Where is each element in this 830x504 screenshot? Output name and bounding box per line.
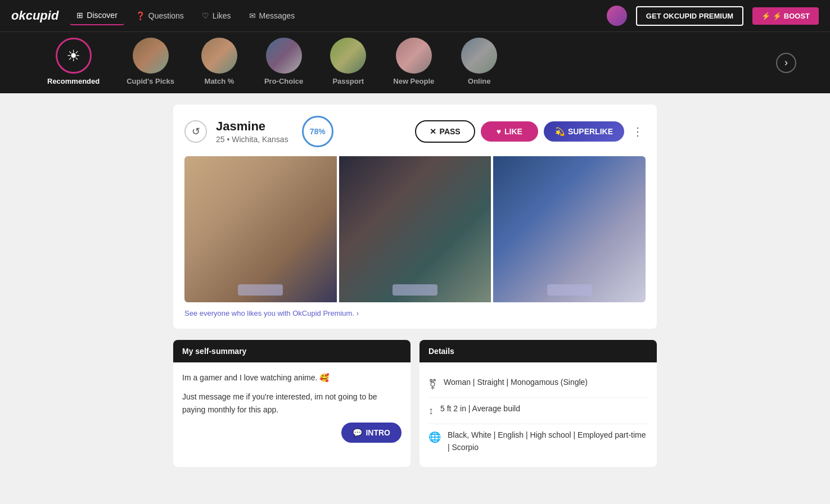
- category-pro-choice-label: Pro-Choice: [264, 77, 303, 85]
- profile-header: ↺ Jasmine 25 • Wichita, Kansas 78% ✕ PAS…: [184, 116, 646, 147]
- details-body: ⚧ Woman | Straight | Monogamous (Single)…: [419, 362, 657, 467]
- profile-details-row: My self-summary Im a gamer and I love wa…: [173, 340, 657, 467]
- main-content: ↺ Jasmine 25 • Wichita, Kansas 78% ✕ PAS…: [162, 93, 668, 478]
- category-passport-label: Passport: [332, 77, 364, 85]
- premium-button[interactable]: GET OKCUPID PREMIUM: [636, 6, 743, 26]
- message-icon: 💬: [353, 428, 362, 437]
- photo-1[interactable]: [184, 156, 337, 302]
- boost-button[interactable]: ⚡ ⚡ BOOST: [752, 7, 819, 25]
- height-icon: ↕: [428, 403, 434, 419]
- profile-location: 25 • Wichita, Kansas: [216, 135, 288, 144]
- pro-choice-thumb: [266, 38, 302, 74]
- logo: okcupid: [11, 8, 58, 23]
- nav-messages[interactable]: ✉ Messages: [242, 7, 302, 25]
- profile-name: Jasmine: [216, 119, 288, 134]
- action-buttons: ✕ PASS ♥ LIKE 💫 SUPERLIKE ⋮: [415, 120, 646, 143]
- nav-questions[interactable]: ❓ Questions: [129, 7, 191, 25]
- x-icon: ✕: [430, 127, 436, 136]
- category-new-people-label: New People: [393, 77, 434, 85]
- details-card: Details ⚧ Woman | Straight | Monogamous …: [419, 340, 657, 467]
- category-bar: ☀ Recommended Cupid's Picks Match % Pro-…: [0, 31, 830, 93]
- more-options-button[interactable]: ⋮: [630, 122, 646, 140]
- new-people-thumb: [396, 38, 432, 74]
- profile-card: ↺ Jasmine 25 • Wichita, Kansas 78% ✕ PAS…: [173, 105, 657, 329]
- detail-item-height: ↕ 5 ft 2 in | Average build: [428, 398, 648, 424]
- category-online[interactable]: Online: [448, 32, 511, 93]
- superlike-icon: 💫: [555, 127, 565, 136]
- undo-button[interactable]: ↺: [184, 120, 207, 143]
- premium-likes-link[interactable]: See everyone who likes you with OkCupid …: [184, 309, 646, 317]
- category-online-label: Online: [468, 77, 490, 85]
- recommended-thumb: ☀: [56, 38, 92, 74]
- photos-grid: [184, 156, 646, 302]
- pass-button[interactable]: ✕ PASS: [415, 120, 475, 143]
- sun-icon: ☀: [66, 47, 80, 65]
- details-header: Details: [419, 340, 657, 362]
- gender-icon: ⚧: [428, 376, 437, 393]
- summary-header: My self-summary: [173, 340, 411, 362]
- questions-icon: ❓: [136, 11, 145, 20]
- category-pro-choice[interactable]: Pro-Choice: [251, 32, 317, 93]
- match-thumb: [201, 38, 237, 74]
- globe-icon: 🌐: [428, 429, 441, 446]
- photo-3-blur: [547, 284, 592, 296]
- self-summary-card: My self-summary Im a gamer and I love wa…: [173, 340, 411, 467]
- nav-discover[interactable]: ⊞ Discover: [70, 6, 124, 25]
- intro-button[interactable]: 💬 INTRO: [341, 423, 402, 443]
- summary-text-2: Just message me if you're interested, im…: [182, 391, 402, 416]
- summary-body: Im a gamer and I love watching anime. 🥰 …: [173, 362, 411, 452]
- boost-icon: ⚡: [761, 12, 770, 20]
- superlike-button[interactable]: 💫 SUPERLIKE: [544, 121, 624, 142]
- cupids-picks-thumb: [133, 38, 169, 74]
- photo-3[interactable]: [493, 156, 646, 302]
- messages-icon: ✉: [249, 11, 256, 20]
- summary-text-1: Im a gamer and I love watching anime. 🥰: [182, 371, 402, 384]
- navbar: okcupid ⊞ Discover ❓ Questions ♡ Likes ✉…: [0, 0, 830, 31]
- category-match-label: Match %: [205, 77, 234, 85]
- category-recommended[interactable]: ☀ Recommended: [34, 32, 113, 93]
- likes-icon: ♡: [202, 11, 209, 20]
- detail-item-background: 🌐 Black, White | English | High school |…: [428, 424, 648, 458]
- detail-item-gender: ⚧ Woman | Straight | Monogamous (Single): [428, 371, 648, 398]
- category-cupids-picks[interactable]: Cupid's Picks: [113, 32, 188, 93]
- passport-thumb: [330, 38, 366, 74]
- photo-2[interactable]: [339, 156, 491, 302]
- discover-icon: ⊞: [76, 11, 83, 20]
- details-list: ⚧ Woman | Straight | Monogamous (Single)…: [428, 371, 648, 458]
- avatar[interactable]: [607, 6, 627, 26]
- match-percentage: 78%: [302, 116, 333, 147]
- photo-1-blur: [238, 284, 283, 296]
- category-recommended-label: Recommended: [47, 77, 100, 85]
- category-next-button[interactable]: ›: [776, 53, 796, 73]
- heart-icon: ♥: [497, 127, 501, 136]
- nav-likes[interactable]: ♡ Likes: [195, 7, 238, 25]
- category-match[interactable]: Match %: [188, 32, 251, 93]
- category-passport[interactable]: Passport: [317, 32, 380, 93]
- profile-info: Jasmine 25 • Wichita, Kansas: [216, 119, 288, 144]
- online-thumb: [461, 38, 497, 74]
- like-button[interactable]: ♥ LIKE: [481, 121, 538, 142]
- category-new-people[interactable]: New People: [380, 32, 448, 93]
- photo-2-blur: [393, 284, 437, 296]
- category-cupids-picks-label: Cupid's Picks: [127, 77, 174, 85]
